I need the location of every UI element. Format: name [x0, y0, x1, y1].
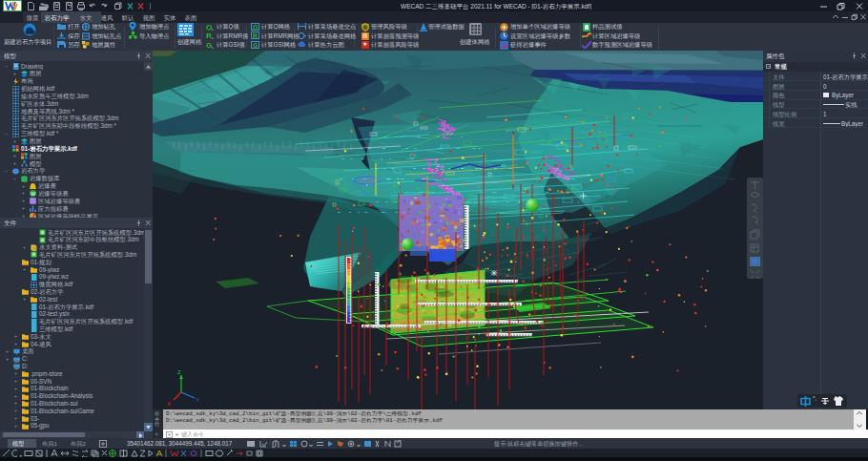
svg-text:R: R — [206, 31, 212, 39]
svg-text:G: G — [206, 41, 212, 49]
svg-text:R: R — [253, 32, 258, 39]
svg-text:Y: Y — [196, 397, 199, 403]
svg-text:Z: Z — [177, 369, 181, 375]
svg-text:X: X — [167, 401, 171, 407]
svg-text:Q: Q — [253, 23, 258, 30]
svg-text:W: W — [31, 191, 36, 197]
svg-text:G: G — [253, 41, 258, 48]
svg-text:Q: Q — [206, 23, 212, 31]
